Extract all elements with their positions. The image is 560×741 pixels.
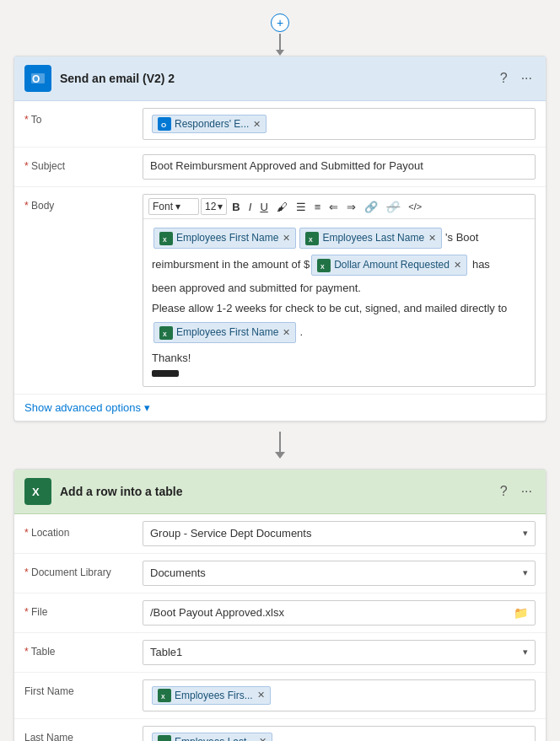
- dropdown-chevron-1: ▾: [523, 567, 528, 578]
- body-label: * Body: [24, 194, 143, 212]
- italic-button[interactable]: I: [245, 199, 256, 215]
- chip-input-4[interactable]: X Employees Firs... ✕: [143, 679, 536, 711]
- to-label: * To: [24, 108, 143, 126]
- chip-close-5[interactable]: ✕: [259, 736, 267, 741]
- dropdown-0[interactable]: Group - Service Dept Documents▾: [143, 521, 536, 546]
- table-fields-container: * LocationGroup - Service Dept Documents…: [14, 514, 546, 741]
- table-field-value-1: Documents▾: [143, 561, 536, 586]
- body-chip-2-close[interactable]: ✕: [428, 231, 436, 246]
- body-chip-3-close[interactable]: ✕: [454, 258, 461, 273]
- body-editor-wrapper: Font ▾ 12 ▾ B I U 🖌 ☰ ≡ ⇐ ⇒ 🔗: [143, 194, 536, 387]
- subject-input[interactable]: Boot Reimbursment Approved and Submitted…: [143, 154, 536, 180]
- body-chip-4-close[interactable]: ✕: [283, 325, 290, 341]
- table-field-row-5: Last Name X Employees Last... ✕: [14, 719, 546, 741]
- table-field-label-3: * Table: [24, 640, 143, 658]
- body-chip-1-close[interactable]: ✕: [283, 231, 290, 246]
- unlink-button[interactable]: 🔗: [383, 199, 403, 215]
- editor-toolbar: Font ▾ 12 ▾ B I U 🖌 ☰ ≡ ⇐ ⇒ 🔗: [143, 195, 535, 219]
- body-chip-2-label: Employees Last Name: [322, 230, 424, 246]
- table-help-button[interactable]: ?: [497, 482, 511, 501]
- svg-text:O: O: [161, 121, 166, 128]
- file-browse-icon-2[interactable]: 📁: [514, 606, 528, 620]
- table-field-value-2: /Boot Payout Approved.xlsx📁: [143, 600, 536, 626]
- list-ol-button[interactable]: ≡: [311, 199, 325, 215]
- svg-text:O: O: [32, 73, 40, 85]
- table-field-row-3: * TableTable1▾: [14, 633, 546, 673]
- code-button[interactable]: </>: [405, 200, 425, 213]
- chip-label-5: Employees Last...: [175, 736, 255, 741]
- table-field-row-1: * Document LibraryDocuments▾: [14, 554, 546, 593]
- body-chip-1-icon: X: [159, 232, 173, 245]
- svg-text:X: X: [32, 486, 40, 498]
- table-field-value-4: X Employees Firs... ✕: [143, 679, 536, 711]
- middle-connector: [13, 422, 547, 469]
- outlook-chip-icon: O: [158, 117, 171, 131]
- to-input[interactable]: O Responders' E... ✕: [143, 108, 536, 140]
- bold-button[interactable]: B: [229, 199, 243, 215]
- excel-svg: X: [30, 483, 46, 500]
- body-line-5: X Employees First Name ✕ .: [152, 320, 526, 345]
- excel-card-icon: X: [24, 478, 51, 505]
- body-chip-1: X Employees First Name ✕: [153, 228, 296, 249]
- chip-close-4[interactable]: ✕: [257, 690, 265, 701]
- email-show-advanced-label: Show advanced options: [24, 401, 141, 414]
- table-field-label-5: Last Name: [24, 726, 143, 741]
- body-chip-4-icon: X: [159, 326, 173, 340]
- underline-button[interactable]: U: [256, 199, 271, 215]
- top-connector: +: [13, 8, 547, 56]
- dropdown-label-3: Table1: [150, 646, 182, 658]
- body-content[interactable]: X Employees First Name ✕ X Employees Las…: [143, 219, 535, 386]
- body-chip-2-icon: X: [305, 232, 319, 245]
- body-text-approved: been approved and submitted for payment.: [152, 280, 361, 298]
- email-show-advanced[interactable]: Show advanced options ▾: [14, 395, 546, 421]
- email-header-actions: ? ···: [497, 69, 536, 88]
- body-chip-3-icon: X: [317, 259, 331, 272]
- body-text-period: .: [299, 324, 303, 341]
- table-more-button[interactable]: ···: [518, 482, 536, 501]
- to-chip-close[interactable]: ✕: [253, 119, 261, 130]
- add-step-button[interactable]: +: [271, 13, 289, 32]
- svg-text:X: X: [309, 237, 313, 243]
- svg-text:X: X: [161, 694, 165, 700]
- font-size-chevron: ▾: [218, 201, 223, 212]
- body-editor[interactable]: Font ▾ 12 ▾ B I U 🖌 ☰ ≡ ⇐ ⇒ 🔗: [143, 194, 536, 387]
- link-button[interactable]: 🔗: [361, 199, 381, 215]
- indent-more-button[interactable]: ⇒: [343, 199, 359, 215]
- font-size-label: 12: [205, 201, 216, 212]
- dropdown-label-0: Group - Service Dept Documents: [150, 527, 311, 540]
- connector-arrowhead: [275, 452, 285, 459]
- dropdown-1[interactable]: Documents▾: [143, 561, 536, 586]
- file-input-2[interactable]: /Boot Payout Approved.xlsx📁: [143, 600, 536, 626]
- svg-text:X: X: [163, 237, 167, 243]
- signature-shape: [152, 370, 179, 377]
- chip-input-5[interactable]: X Employees Last... ✕: [143, 726, 536, 741]
- dropdown-3[interactable]: Table1▾: [143, 640, 536, 665]
- to-chip-label: Responders' E...: [175, 118, 249, 130]
- chip-4: X Employees Firs... ✕: [152, 686, 271, 705]
- to-field-row: * To O Responders' E... ✕: [14, 101, 546, 148]
- subject-field-row: * Subject Boot Reimbursment Approved and…: [14, 148, 546, 187]
- email-more-button[interactable]: ···: [518, 69, 536, 88]
- list-ul-button[interactable]: ☰: [293, 199, 310, 215]
- email-show-advanced-chevron: ▾: [144, 401, 150, 414]
- body-line-thanks: Thanks!: [152, 350, 526, 368]
- font-selector[interactable]: Font ▾: [148, 198, 199, 215]
- indent-less-button[interactable]: ⇐: [326, 199, 342, 215]
- paint-button[interactable]: 🖌: [273, 199, 291, 215]
- table-field-label-2: * File: [24, 600, 143, 618]
- file-label-2: /Boot Payout Approved.xlsx: [150, 606, 284, 619]
- signature-line: [152, 370, 526, 377]
- chip-label-4: Employees Firs...: [175, 690, 253, 701]
- email-card: O Send an email (V2) 2 ? ··· * To O Resp…: [13, 56, 547, 422]
- font-size-selector[interactable]: 12 ▾: [201, 198, 227, 215]
- table-field-label-4: First Name: [24, 679, 143, 697]
- table-field-value-3: Table1▾: [143, 640, 536, 665]
- chip-5: X Employees Last... ✕: [152, 733, 272, 741]
- body-chip-3-label: Dollar Amount Requested: [334, 257, 450, 273]
- body-text-allow: Please allow 1-2 weeks for check to be c…: [152, 300, 507, 318]
- subject-value: Boot Reimbursment Approved and Submitted…: [143, 154, 536, 180]
- email-help-button[interactable]: ?: [497, 69, 511, 88]
- table-field-row-0: * LocationGroup - Service Dept Documents…: [14, 514, 546, 554]
- body-line-3: been approved and submitted for payment.: [152, 280, 526, 298]
- body-text-reimb: reimbursment in the amount of $: [152, 256, 310, 274]
